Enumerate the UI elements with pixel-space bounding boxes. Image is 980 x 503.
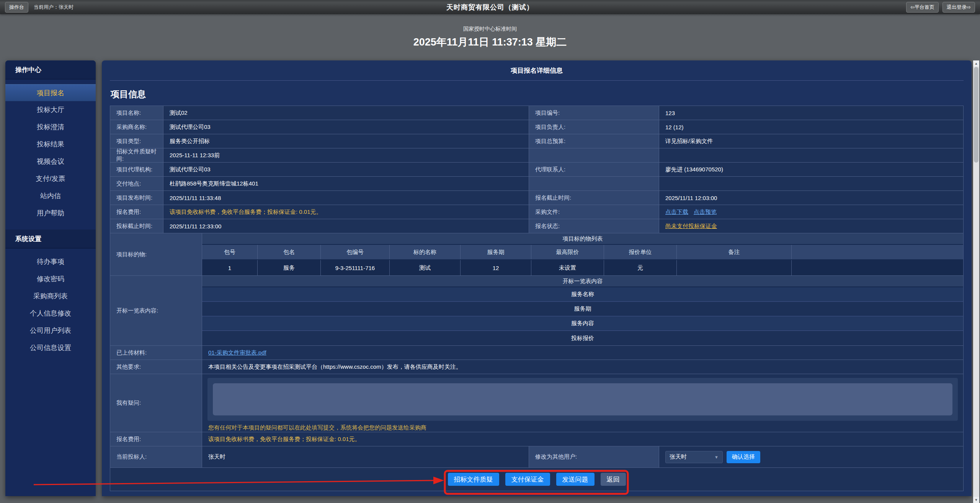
sidebar-item-bid-results[interactable]: 投标结果 — [5, 136, 96, 153]
logout-button[interactable]: 退出登录⇨ — [942, 2, 975, 13]
user-select[interactable]: 张天时 ▼ — [665, 451, 723, 463]
back-button[interactable]: 返回 — [601, 473, 626, 486]
field-value-project-type: 服务类公开招标 — [163, 134, 529, 148]
current-user-label: 当前用户：张天时 — [34, 4, 74, 11]
col-header-package-code: 包编号 — [321, 245, 390, 259]
table-row-current-bidder: 当前投标人: 张天时 修改为其他用户: 张天时 ▼ 确认选择 — [110, 446, 963, 468]
opening-row-service-content: 服务内容 — [202, 316, 963, 331]
cell-quote-unit: 元 — [604, 260, 677, 275]
col-header-max-price: 最高限价 — [531, 245, 604, 259]
field-value-current-bidder: 张天时 — [202, 446, 529, 467]
sidebar-item-site-mail[interactable]: 站内信 — [5, 187, 96, 205]
question-cell: 您有任何对于本项目的疑问都可以在此处填写提交，系统将会把您的问题发送给采购商 — [202, 374, 963, 432]
field-label-project-no: 项目编号: — [529, 106, 659, 120]
empty-value-cell — [659, 148, 963, 162]
field-label-signup-status: 报名状态: — [529, 219, 659, 233]
field-label-signup-fee-2: 报名费用: — [110, 432, 202, 446]
field-label-purchaser-name: 采购商名称: — [110, 120, 163, 134]
col-header-subject-name: 标的名称 — [390, 245, 461, 259]
pay-deposit-button[interactable]: 支付保证金 — [505, 473, 550, 486]
question-textarea[interactable] — [213, 383, 952, 415]
table-row: 采购商名称: 测试代理公司03 项目负责人: 12 (12) — [110, 120, 963, 134]
bid-items-header-row: 包号 包名 包编号 标的名称 服务期 最高限价 报价单位 备注 — [202, 245, 963, 260]
top-bar: 操作台 当前用户：张天时 天时商贸有限公司（测试） ⇦平台首页 退出登录⇨ — [0, 0, 980, 14]
sidebar-item-company-settings[interactable]: 公司信息设置 — [5, 339, 96, 356]
sidebar-item-profile-edit[interactable]: 个人信息修改 — [5, 305, 96, 322]
field-value-agency: 测试代理公司03 — [163, 163, 529, 176]
table-row: 交付地点: 杜鹃路858号奥克斯缔壹城12栋401 — [110, 177, 963, 191]
sidebar-item-payment-invoice[interactable]: 支付/发票 — [5, 170, 96, 187]
signup-status-link[interactable]: 尚未支付投标保证金 — [665, 223, 717, 230]
field-value-signup-fee-2: 该项目免收标书费，免收平台服务费；投标保证金: 0.01元。 — [202, 432, 963, 446]
vertical-scrollbar[interactable]: ▲ ▼ — [973, 60, 979, 503]
confirm-select-button[interactable]: 确认选择 — [727, 451, 760, 463]
col-header-service-period: 服务期 — [461, 245, 531, 259]
table-row: 报名费用: 该项目免收标书费，免收平台服务费；投标保证金: 0.01元。 采购文… — [110, 205, 963, 219]
table-row: 项目代理机构: 测试代理公司03 代理联系人: 廖先进 (13469070520… — [110, 163, 963, 177]
field-value-signup-fee: 该项目免收标书费，免收平台服务费；投标保证金: 0.01元。 — [163, 205, 529, 219]
field-label-change-user: 修改为其他用户: — [529, 446, 659, 467]
field-label-my-question: 我有疑问: — [110, 374, 202, 432]
download-doc-link[interactable]: 点击下载 — [665, 208, 688, 216]
sidebar-item-change-password[interactable]: 修改密码 — [5, 270, 96, 288]
table-row: 项目类型: 服务类公开招标 项目总预算: 详见招标/采购文件 — [110, 134, 963, 148]
field-value-project-no: 123 — [659, 106, 963, 120]
sidebar-item-video-meeting[interactable]: 视频会议 — [5, 153, 96, 170]
field-label-purchase-doc: 采购文件: — [529, 205, 659, 219]
page-title: 项目报名详细信息 — [110, 60, 964, 81]
doc-question-button[interactable]: 招标文件质疑 — [448, 473, 499, 486]
user-select-value: 张天时 — [670, 453, 687, 461]
col-header-remark: 备注 — [677, 245, 792, 259]
empty-value-cell — [659, 177, 963, 190]
table-row: 项目名称: 测试02 项目编号: 123 — [110, 106, 963, 120]
scroll-down-icon[interactable]: ▼ — [973, 497, 979, 503]
col-header-package-no: 包号 — [202, 245, 258, 259]
actions-row: 招标文件质疑 支付保证金 发送问题 返回 — [110, 468, 963, 491]
opening-list-subtable: 开标一览表内容 服务名称 服务期 服务内容 投标报价 — [202, 276, 963, 345]
console-button[interactable]: 操作台 — [5, 2, 28, 13]
opening-row-service-name: 服务名称 — [202, 287, 963, 302]
company-title: 天时商贸有限公司（测试） — [0, 3, 980, 12]
sidebar-item-purchaser-list[interactable]: 采购商列表 — [5, 288, 96, 305]
sidebar-item-project-signup[interactable]: 项目报名 — [5, 84, 96, 101]
empty-label-cell — [529, 148, 659, 162]
cell-service-period: 12 — [461, 260, 531, 275]
scrollbar-thumb[interactable] — [974, 67, 978, 163]
sidebar-item-company-users[interactable]: 公司用户列表 — [5, 322, 96, 339]
sidebar-item-user-help[interactable]: 用户帮助 — [5, 205, 96, 222]
empty-label-cell — [529, 177, 659, 190]
field-label-other-requirements: 其他要求: — [110, 360, 202, 374]
sidebar-section-operations: 操作中心 — [5, 60, 96, 80]
sidebar-item-bid-clarification[interactable]: 投标澄清 — [5, 119, 96, 136]
field-label-agency: 项目代理机构: — [110, 163, 163, 176]
scroll-up-icon[interactable]: ▲ — [973, 60, 979, 67]
sidebar-item-bid-hall[interactable]: 投标大厅 — [5, 101, 96, 119]
sidebar-item-todo[interactable]: 待办事项 — [5, 253, 96, 270]
field-label-bid-deadline: 投标截止时间: — [110, 219, 163, 233]
opening-row-bid-price: 投标报价 — [202, 331, 963, 345]
table-row-bid-items: 项目标的物: 项目标的物列表 包号 包名 包编号 标的名称 服务期 最高限价 报… — [110, 233, 963, 276]
table-row-question: 我有疑问: 您有任何对于本项目的疑问都可以在此处填写提交，系统将会把您的问题发送… — [110, 374, 963, 432]
field-value-agency-contact: 廖先进 (13469070520) — [659, 163, 963, 176]
field-value-project-budget: 详见招标/采购文件 — [659, 134, 963, 148]
field-label-opening-list: 开标一览表内容: — [110, 276, 202, 345]
field-value-bid-deadline: 2025/11/11 12:33:00 — [163, 219, 529, 233]
project-info-table: 项目名称: 测试02 项目编号: 123 采购商名称: 测试代理公司03 项目负… — [110, 106, 964, 491]
platform-home-button[interactable]: ⇦平台首页 — [906, 2, 939, 13]
send-question-button[interactable]: 发送问题 — [556, 473, 595, 486]
clock-area: 国家授时中心标准时间 2025年11月11日 11:37:13 星期二 — [0, 14, 980, 60]
main-panel: 项目报名详细信息 项目信息 项目名称: 测试02 项目编号: 123 采购商名称… — [102, 60, 972, 496]
field-label-current-bidder: 当前投标人: — [110, 446, 202, 467]
field-label-delivery-place: 交付地点: — [110, 177, 163, 190]
field-value-project-name: 测试02 — [163, 106, 529, 120]
section-title-project-info: 项目信息 — [111, 88, 964, 100]
field-value-signup-deadline: 2025/11/11 12:03:00 — [659, 191, 963, 205]
chevron-down-icon: ▼ — [714, 455, 719, 459]
col-header-filler — [792, 245, 963, 259]
field-value-publish-time: 2025/11/11 11:33:48 — [163, 191, 529, 205]
col-header-package-name: 包名 — [258, 245, 321, 259]
field-label-project-budget: 项目总预算: — [529, 134, 659, 148]
sidebar-section-system-settings: 系统设置 — [5, 230, 96, 249]
preview-doc-link[interactable]: 点击预览 — [694, 208, 717, 216]
uploaded-file-link[interactable]: 01-采购文件审批表.pdf — [208, 349, 266, 356]
